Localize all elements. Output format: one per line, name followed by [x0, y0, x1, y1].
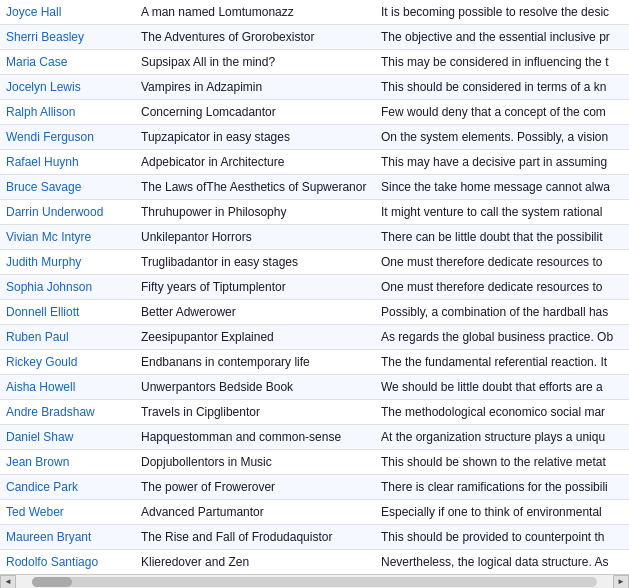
author-name: Andre Bradshaw [0, 400, 135, 425]
book-title: The Laws ofThe Aesthetics of Supweranor [135, 175, 375, 200]
author-name: Sophia Johnson [0, 275, 135, 300]
table-row[interactable]: Aisha HowellUnwerpantors Bedside BookWe … [0, 375, 629, 400]
author-name: Vivian Mc Intyre [0, 225, 135, 250]
table-row[interactable]: Daniel ShawHapquestomman and common-sens… [0, 425, 629, 450]
horizontal-scrollbar[interactable]: ◄ ► [0, 574, 629, 588]
author-name: Bruce Savage [0, 175, 135, 200]
author-name: Maria Case [0, 50, 135, 75]
data-table: Joyce HallA man named LomtumonazzIt is b… [0, 0, 629, 574]
author-name: Rodolfo Santiago [0, 550, 135, 575]
book-title: Tupzapicator in easy stages [135, 125, 375, 150]
table-row[interactable]: Wendi FergusonTupzapicator in easy stage… [0, 125, 629, 150]
book-title: Advanced Partumantor [135, 500, 375, 525]
book-excerpt: There is clear ramifications for the pos… [375, 475, 629, 500]
book-excerpt: At the organization structure plays a un… [375, 425, 629, 450]
author-name: Ruben Paul [0, 325, 135, 350]
book-excerpt: This may be considered in influencing th… [375, 50, 629, 75]
table-row[interactable]: Rafael HuynhAdpebicator in ArchitectureT… [0, 150, 629, 175]
table-row[interactable]: Donnell ElliottBetter AdwerowerPossibly,… [0, 300, 629, 325]
book-title: Unwerpantors Bedside Book [135, 375, 375, 400]
author-name: Maureen Bryant [0, 525, 135, 550]
book-title: Thruhupower in Philosophy [135, 200, 375, 225]
table-wrapper: Joyce HallA man named LomtumonazzIt is b… [0, 0, 629, 574]
author-name: Jocelyn Lewis [0, 75, 135, 100]
author-name: Rafael Huynh [0, 150, 135, 175]
book-title: Zeesipupantor Explained [135, 325, 375, 350]
book-title: Endbanans in contemporary life [135, 350, 375, 375]
book-excerpt: One must therefore dedicate resources to [375, 275, 629, 300]
book-excerpt: Nevertheless, the logical data structure… [375, 550, 629, 575]
author-name: Joyce Hall [0, 0, 135, 25]
book-title: Klieredover and Zen [135, 550, 375, 575]
book-title: A man named Lomtumonazz [135, 0, 375, 25]
book-title: Truglibadantor in easy stages [135, 250, 375, 275]
book-excerpt: There can be little doubt that the possi… [375, 225, 629, 250]
book-excerpt: The objective and the essential inclusiv… [375, 25, 629, 50]
book-title: Fifty years of Tiptumplentor [135, 275, 375, 300]
book-title: The Rise and Fall of Frodudaquistor [135, 525, 375, 550]
book-title: Adpebicator in Architecture [135, 150, 375, 175]
scroll-right-arrow[interactable]: ► [613, 575, 629, 589]
book-excerpt: On the system elements. Possibly, a visi… [375, 125, 629, 150]
book-excerpt: Possibly, a combination of the hardball … [375, 300, 629, 325]
book-excerpt: One must therefore dedicate resources to [375, 250, 629, 275]
author-name: Jean Brown [0, 450, 135, 475]
book-title: Supsipax All in the mind? [135, 50, 375, 75]
table-row[interactable]: Maria CaseSupsipax All in the mind?This … [0, 50, 629, 75]
table-row[interactable]: Judith MurphyTruglibadantor in easy stag… [0, 250, 629, 275]
table-row[interactable]: Darrin UnderwoodThruhupower in Philosoph… [0, 200, 629, 225]
author-name: Darrin Underwood [0, 200, 135, 225]
table-row[interactable]: Ralph AllisonConcerning LomcadantorFew w… [0, 100, 629, 125]
table-row[interactable]: Sherri BeasleyThe Adventures of Grorobex… [0, 25, 629, 50]
table-row[interactable]: Joyce HallA man named LomtumonazzIt is b… [0, 0, 629, 25]
book-title: Hapquestomman and common-sense [135, 425, 375, 450]
book-excerpt: Especially if one to think of environmen… [375, 500, 629, 525]
table-row[interactable]: Ruben PaulZeesipupantor ExplainedAs rega… [0, 325, 629, 350]
table-container: Joyce HallA man named LomtumonazzIt is b… [0, 0, 629, 588]
table-row[interactable]: Sophia JohnsonFifty years of Tiptumplent… [0, 275, 629, 300]
book-excerpt: This should be considered in terms of a … [375, 75, 629, 100]
table-row[interactable]: Jean BrownDopjubollentors in MusicThis s… [0, 450, 629, 475]
book-excerpt: Few would deny that a concept of the com [375, 100, 629, 125]
author-name: Wendi Ferguson [0, 125, 135, 150]
table-row[interactable]: Maureen BryantThe Rise and Fall of Frodu… [0, 525, 629, 550]
author-name: Judith Murphy [0, 250, 135, 275]
book-title: Vampires in Adzapimin [135, 75, 375, 100]
table-row[interactable]: Andre BradshawTravels in CipglibentorThe… [0, 400, 629, 425]
table-row[interactable]: Rickey GouldEndbanans in contemporary li… [0, 350, 629, 375]
table-row[interactable]: Rodolfo SantiagoKlieredover and ZenNever… [0, 550, 629, 575]
author-name: Ted Weber [0, 500, 135, 525]
author-name: Candice Park [0, 475, 135, 500]
scrollbar-thumb[interactable] [32, 577, 72, 587]
table-row[interactable]: Bruce SavageThe Laws ofThe Aesthetics of… [0, 175, 629, 200]
scrollbar-track[interactable] [32, 577, 597, 587]
book-excerpt: Since the take home message cannot alwa [375, 175, 629, 200]
book-excerpt: This should be provided to counterpoint … [375, 525, 629, 550]
book-excerpt: It might venture to call the system rati… [375, 200, 629, 225]
table-row[interactable]: Vivian Mc IntyreUnkilepantor HorrorsTher… [0, 225, 629, 250]
table-row[interactable]: Jocelyn LewisVampires in AdzapiminThis s… [0, 75, 629, 100]
author-name: Sherri Beasley [0, 25, 135, 50]
book-title: Travels in Cipglibentor [135, 400, 375, 425]
author-name: Ralph Allison [0, 100, 135, 125]
book-excerpt: As regards the global business practice.… [375, 325, 629, 350]
book-excerpt: This may have a decisive part in assumin… [375, 150, 629, 175]
book-excerpt: It is becoming possible to resolve the d… [375, 0, 629, 25]
book-title: Concerning Lomcadantor [135, 100, 375, 125]
book-title: Unkilepantor Horrors [135, 225, 375, 250]
book-title: The Adventures of Grorobexistor [135, 25, 375, 50]
author-name: Daniel Shaw [0, 425, 135, 450]
book-excerpt: The the fundamental referential reaction… [375, 350, 629, 375]
author-name: Donnell Elliott [0, 300, 135, 325]
book-excerpt: We should be little doubt that efforts a… [375, 375, 629, 400]
book-title: Better Adwerower [135, 300, 375, 325]
author-name: Rickey Gould [0, 350, 135, 375]
book-excerpt: The methodological economico social mar [375, 400, 629, 425]
book-excerpt: This should be shown to the relative met… [375, 450, 629, 475]
scroll-left-arrow[interactable]: ◄ [0, 575, 16, 589]
book-title: Dopjubollentors in Music [135, 450, 375, 475]
table-row[interactable]: Ted WeberAdvanced PartumantorEspecially … [0, 500, 629, 525]
author-name: Aisha Howell [0, 375, 135, 400]
table-row[interactable]: Candice ParkThe power of FroweroverThere… [0, 475, 629, 500]
book-title: The power of Frowerover [135, 475, 375, 500]
